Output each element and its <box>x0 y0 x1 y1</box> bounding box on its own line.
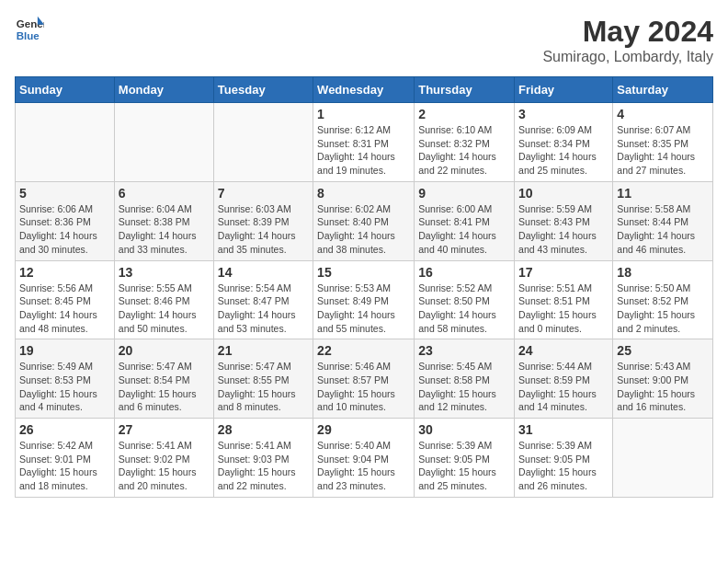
day-number: 24 <box>518 343 609 358</box>
calendar-cell: 28Sunrise: 5:41 AM Sunset: 9:03 PM Dayli… <box>213 419 313 498</box>
day-number: 26 <box>19 422 110 437</box>
weekday-header-saturday: Saturday <box>613 77 713 103</box>
weekday-header-wednesday: Wednesday <box>313 77 415 103</box>
calendar-cell: 23Sunrise: 5:45 AM Sunset: 8:58 PM Dayli… <box>415 339 515 419</box>
day-number: 10 <box>518 186 609 201</box>
day-number: 5 <box>19 186 110 201</box>
day-info: Sunrise: 5:44 AM Sunset: 8:59 PM Dayligh… <box>518 360 609 414</box>
calendar-cell <box>16 103 115 182</box>
calendar-cell: 30Sunrise: 5:39 AM Sunset: 9:05 PM Dayli… <box>415 419 515 498</box>
day-info: Sunrise: 5:45 AM Sunset: 8:58 PM Dayligh… <box>418 360 510 414</box>
month-title: May 2024 <box>542 15 713 49</box>
calendar-cell: 13Sunrise: 5:55 AM Sunset: 8:46 PM Dayli… <box>114 260 213 339</box>
day-info: Sunrise: 5:51 AM Sunset: 8:51 PM Dayligh… <box>518 282 609 336</box>
day-info: Sunrise: 5:47 AM Sunset: 8:55 PM Dayligh… <box>218 360 309 414</box>
day-info: Sunrise: 5:39 AM Sunset: 9:05 PM Dayligh… <box>418 439 510 493</box>
day-info: Sunrise: 5:41 AM Sunset: 9:02 PM Dayligh… <box>119 439 210 493</box>
calendar-cell: 7Sunrise: 6:03 AM Sunset: 8:39 PM Daylig… <box>213 181 313 260</box>
day-number: 19 <box>19 343 110 358</box>
calendar-cell: 2Sunrise: 6:10 AM Sunset: 8:32 PM Daylig… <box>415 103 515 182</box>
location-title: Sumirago, Lombardy, Italy <box>542 49 713 65</box>
day-info: Sunrise: 6:00 AM Sunset: 8:41 PM Dayligh… <box>418 202 510 257</box>
weekday-header-monday: Monday <box>114 77 213 103</box>
calendar-week-row: 5Sunrise: 6:06 AM Sunset: 8:36 PM Daylig… <box>16 181 713 260</box>
day-number: 21 <box>218 343 309 358</box>
day-number: 13 <box>119 265 210 280</box>
day-number: 20 <box>119 343 210 358</box>
calendar-week-row: 26Sunrise: 5:42 AM Sunset: 9:01 PM Dayli… <box>16 419 713 498</box>
calendar-cell: 8Sunrise: 6:02 AM Sunset: 8:40 PM Daylig… <box>313 181 415 260</box>
calendar-cell: 1Sunrise: 6:12 AM Sunset: 8:31 PM Daylig… <box>313 103 415 182</box>
calendar-cell <box>114 103 213 182</box>
day-number: 29 <box>317 422 410 437</box>
day-number: 2 <box>418 107 510 121</box>
day-info: Sunrise: 5:49 AM Sunset: 8:53 PM Dayligh… <box>19 360 110 414</box>
weekday-header-row: SundayMondayTuesdayWednesdayThursdayFrid… <box>16 77 713 103</box>
calendar-week-row: 1Sunrise: 6:12 AM Sunset: 8:31 PM Daylig… <box>16 103 713 182</box>
day-info: Sunrise: 5:43 AM Sunset: 9:00 PM Dayligh… <box>617 360 709 414</box>
calendar-cell: 16Sunrise: 5:52 AM Sunset: 8:50 PM Dayli… <box>415 260 515 339</box>
day-info: Sunrise: 6:02 AM Sunset: 8:40 PM Dayligh… <box>317 202 410 257</box>
day-info: Sunrise: 6:09 AM Sunset: 8:34 PM Dayligh… <box>518 123 609 178</box>
day-info: Sunrise: 5:52 AM Sunset: 8:50 PM Dayligh… <box>418 282 510 336</box>
calendar-cell: 17Sunrise: 5:51 AM Sunset: 8:51 PM Dayli… <box>515 260 613 339</box>
day-info: Sunrise: 5:42 AM Sunset: 9:01 PM Dayligh… <box>19 439 110 493</box>
day-number: 11 <box>617 186 709 201</box>
calendar-cell: 22Sunrise: 5:46 AM Sunset: 8:57 PM Dayli… <box>313 339 415 419</box>
calendar-cell: 18Sunrise: 5:50 AM Sunset: 8:52 PM Dayli… <box>613 260 713 339</box>
day-number: 3 <box>518 107 609 121</box>
calendar-cell: 25Sunrise: 5:43 AM Sunset: 9:00 PM Dayli… <box>613 339 713 419</box>
calendar-cell: 5Sunrise: 6:06 AM Sunset: 8:36 PM Daylig… <box>16 181 115 260</box>
day-number: 28 <box>218 422 309 437</box>
day-info: Sunrise: 5:39 AM Sunset: 9:05 PM Dayligh… <box>518 439 609 493</box>
calendar-cell: 29Sunrise: 5:40 AM Sunset: 9:04 PM Dayli… <box>313 419 415 498</box>
day-info: Sunrise: 5:47 AM Sunset: 8:54 PM Dayligh… <box>119 360 210 414</box>
weekday-header-tuesday: Tuesday <box>213 77 313 103</box>
day-info: Sunrise: 5:58 AM Sunset: 8:44 PM Dayligh… <box>617 202 709 257</box>
calendar-week-row: 19Sunrise: 5:49 AM Sunset: 8:53 PM Dayli… <box>16 339 713 419</box>
calendar-cell: 15Sunrise: 5:53 AM Sunset: 8:49 PM Dayli… <box>313 260 415 339</box>
header: General Blue May 2024 Sumirago, Lombardy… <box>15 15 713 65</box>
calendar-week-row: 12Sunrise: 5:56 AM Sunset: 8:45 PM Dayli… <box>16 260 713 339</box>
day-info: Sunrise: 6:06 AM Sunset: 8:36 PM Dayligh… <box>19 202 110 257</box>
day-info: Sunrise: 5:55 AM Sunset: 8:46 PM Dayligh… <box>119 282 210 336</box>
calendar-cell: 27Sunrise: 5:41 AM Sunset: 9:02 PM Dayli… <box>114 419 213 498</box>
logo: General Blue <box>15 15 44 44</box>
day-info: Sunrise: 6:10 AM Sunset: 8:32 PM Dayligh… <box>418 123 510 178</box>
day-number: 30 <box>418 422 510 437</box>
day-number: 6 <box>119 186 210 201</box>
day-info: Sunrise: 5:46 AM Sunset: 8:57 PM Dayligh… <box>317 360 410 414</box>
day-info: Sunrise: 6:12 AM Sunset: 8:31 PM Dayligh… <box>317 123 410 178</box>
calendar-cell: 3Sunrise: 6:09 AM Sunset: 8:34 PM Daylig… <box>515 103 613 182</box>
day-number: 8 <box>317 186 410 201</box>
day-number: 4 <box>617 107 709 121</box>
svg-text:Blue: Blue <box>17 30 40 41</box>
calendar-cell: 11Sunrise: 5:58 AM Sunset: 8:44 PM Dayli… <box>613 181 713 260</box>
day-number: 25 <box>617 343 709 358</box>
title-area: May 2024 Sumirago, Lombardy, Italy <box>542 15 713 65</box>
calendar-cell: 14Sunrise: 5:54 AM Sunset: 8:47 PM Dayli… <box>213 260 313 339</box>
calendar-cell <box>613 419 713 498</box>
day-number: 14 <box>218 265 309 280</box>
day-number: 15 <box>317 265 410 280</box>
weekday-header-thursday: Thursday <box>415 77 515 103</box>
calendar-cell: 4Sunrise: 6:07 AM Sunset: 8:35 PM Daylig… <box>613 103 713 182</box>
calendar-cell: 31Sunrise: 5:39 AM Sunset: 9:05 PM Dayli… <box>515 419 613 498</box>
day-number: 22 <box>317 343 410 358</box>
day-number: 31 <box>518 422 609 437</box>
weekday-header-friday: Friday <box>515 77 613 103</box>
weekday-header-sunday: Sunday <box>16 77 115 103</box>
day-number: 12 <box>19 265 110 280</box>
calendar-cell: 24Sunrise: 5:44 AM Sunset: 8:59 PM Dayli… <box>515 339 613 419</box>
calendar-cell: 9Sunrise: 6:00 AM Sunset: 8:41 PM Daylig… <box>415 181 515 260</box>
day-info: Sunrise: 5:54 AM Sunset: 8:47 PM Dayligh… <box>218 282 309 336</box>
day-number: 23 <box>418 343 510 358</box>
logo-icon: General Blue <box>15 15 44 44</box>
day-info: Sunrise: 5:59 AM Sunset: 8:43 PM Dayligh… <box>518 202 609 257</box>
calendar-cell: 19Sunrise: 5:49 AM Sunset: 8:53 PM Dayli… <box>16 339 115 419</box>
calendar-cell: 6Sunrise: 6:04 AM Sunset: 8:38 PM Daylig… <box>114 181 213 260</box>
calendar-table: SundayMondayTuesdayWednesdayThursdayFrid… <box>15 76 713 498</box>
day-number: 1 <box>317 107 410 121</box>
day-number: 9 <box>418 186 510 201</box>
calendar-cell: 21Sunrise: 5:47 AM Sunset: 8:55 PM Dayli… <box>213 339 313 419</box>
